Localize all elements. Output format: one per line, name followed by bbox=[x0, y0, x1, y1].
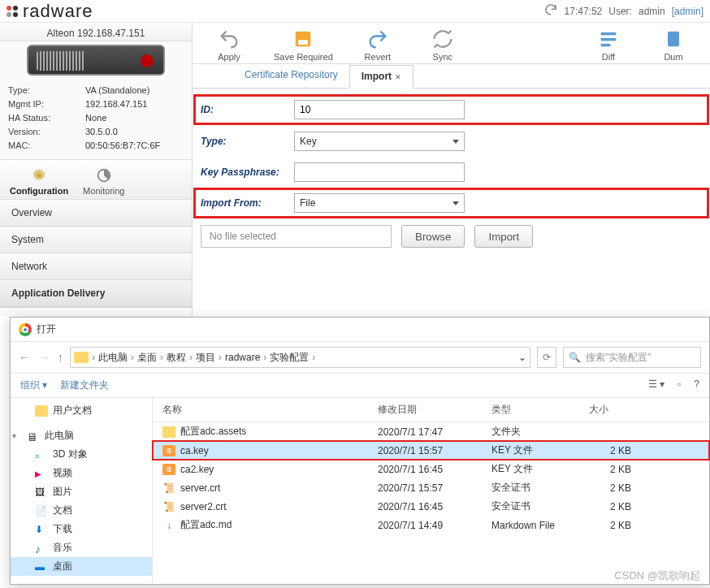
folder-tree: 用户文档 ▾此电脑 3D 对象 视频 图片 文档 下载 音乐 桌面 bbox=[11, 398, 153, 583]
undo-icon bbox=[218, 28, 240, 50]
device-title: Alteon 192.168.47.151 bbox=[0, 23, 192, 41]
diff-button[interactable]: Diff bbox=[588, 28, 629, 62]
import-button[interactable]: Import bbox=[474, 225, 533, 248]
svg-rect-6 bbox=[601, 44, 611, 47]
file-row-selected[interactable]: ca.key2020/7/1 15:57KEY 文件2 KB bbox=[153, 441, 709, 460]
user-name: admin bbox=[639, 6, 665, 17]
logo-dots-icon bbox=[6, 6, 18, 17]
tree-item-pictures[interactable]: 图片 bbox=[11, 482, 152, 501]
gear-icon bbox=[30, 166, 48, 184]
device-info: Type:VA (Standalone) Mgmt IP:192.168.47.… bbox=[0, 79, 192, 159]
save-required-button[interactable]: Save Required bbox=[274, 28, 333, 62]
nav-network[interactable]: Network bbox=[0, 253, 192, 280]
revert-icon bbox=[366, 28, 389, 50]
chart-icon bbox=[95, 166, 113, 184]
organize-menu[interactable]: 组织 ▾ bbox=[20, 378, 47, 392]
file-list-header[interactable]: 名称修改日期类型大小 bbox=[153, 398, 709, 422]
watermark: CSDN @凯歌响起 bbox=[614, 569, 700, 583]
tree-item-documents[interactable]: 文档 bbox=[11, 501, 152, 520]
dump-icon bbox=[662, 28, 685, 50]
nav-application-delivery[interactable]: Application Delivery bbox=[0, 280, 192, 307]
id-label: ID: bbox=[201, 104, 294, 115]
tab-cert-repository[interactable]: Certificate Repository bbox=[233, 64, 349, 88]
diff-icon bbox=[597, 28, 620, 50]
file-row[interactable]: server2.crt2020/7/1 16:45安全证书2 KB bbox=[153, 497, 709, 516]
svg-rect-3 bbox=[299, 40, 309, 45]
tree-item-video[interactable]: 视频 bbox=[11, 464, 152, 482]
svg-rect-5 bbox=[601, 38, 617, 41]
brand-name: radware bbox=[23, 1, 93, 22]
file-open-dialog: 打开 ← → ↑ ›此电脑 ›桌面 ›教程 ›项目 ›radware ›实验配置… bbox=[10, 317, 710, 585]
passphrase-input[interactable] bbox=[294, 162, 465, 182]
dump-button[interactable]: Dum bbox=[653, 28, 694, 62]
revert-button[interactable]: Revert bbox=[357, 28, 398, 62]
chevron-down-icon bbox=[452, 201, 459, 205]
chevron-down-icon bbox=[452, 140, 459, 144]
clock-time: 17:47:52 bbox=[565, 6, 603, 17]
import-from-select[interactable]: File bbox=[294, 193, 465, 213]
search-icon: 🔍 bbox=[569, 352, 581, 363]
save-icon bbox=[292, 28, 314, 50]
user-label: User: bbox=[608, 6, 632, 17]
tree-item-desktop[interactable]: 桌面 bbox=[11, 557, 152, 576]
tree-item-downloads[interactable]: 下载 bbox=[11, 520, 152, 538]
tab-configuration[interactable]: Configuration bbox=[10, 166, 68, 196]
forward-icon[interactable]: → bbox=[38, 351, 50, 364]
svg-rect-4 bbox=[601, 32, 617, 36]
refresh-button[interactable]: ⟳ bbox=[537, 347, 556, 368]
search-input[interactable]: 🔍 搜索"实验配置" bbox=[563, 347, 701, 368]
close-icon[interactable]: ✕ bbox=[395, 73, 401, 81]
nav-overview[interactable]: Overview bbox=[0, 200, 192, 227]
folder-icon bbox=[74, 352, 89, 363]
chrome-icon bbox=[19, 323, 32, 336]
tab-monitoring[interactable]: Monitoring bbox=[83, 166, 124, 196]
view-icon[interactable]: ☰ ▾ bbox=[648, 378, 665, 392]
preview-icon[interactable]: ▫ bbox=[678, 378, 681, 392]
new-folder-button[interactable]: 新建文件夹 bbox=[60, 378, 109, 392]
type-select[interactable]: Key bbox=[294, 132, 465, 151]
file-row[interactable]: 配置adc.md2020/7/1 14:49Markdown File2 KB bbox=[153, 516, 709, 534]
tab-import[interactable]: Import✕ bbox=[349, 65, 413, 89]
tree-item-3d[interactable]: 3D 对象 bbox=[11, 445, 152, 464]
file-row[interactable]: server.crt2020/7/1 15:57安全证书2 KB bbox=[153, 478, 709, 497]
user-role[interactable]: [admin] bbox=[672, 6, 704, 17]
type-label: Type: bbox=[201, 136, 294, 147]
svg-rect-7 bbox=[668, 32, 679, 47]
up-icon[interactable]: ↑ bbox=[58, 351, 63, 364]
apply-button[interactable]: Apply bbox=[209, 28, 249, 62]
tree-item-userdocs[interactable]: 用户文档 bbox=[11, 401, 152, 420]
import-from-label: Import From: bbox=[201, 197, 294, 209]
file-row[interactable]: ca2.key2020/7/1 16:45KEY 文件2 KB bbox=[153, 460, 709, 478]
device-image bbox=[27, 45, 165, 76]
tree-item-thispc[interactable]: ▾此电脑 bbox=[11, 426, 152, 445]
dialog-title: 打开 bbox=[37, 322, 56, 336]
breadcrumb[interactable]: ›此电脑 ›桌面 ›教程 ›项目 ›radware ›实验配置 › ⌄ bbox=[70, 347, 530, 368]
passphrase-label: Key Passphrase: bbox=[201, 166, 294, 178]
id-input[interactable] bbox=[294, 100, 465, 119]
nav-system[interactable]: System bbox=[0, 227, 192, 253]
chevron-down-icon[interactable]: ⌄ bbox=[518, 352, 526, 363]
file-row[interactable]: 配置adc.assets2020/7/1 17:47文件夹 bbox=[153, 422, 709, 441]
help-icon[interactable]: ? bbox=[694, 378, 699, 392]
back-icon[interactable]: ← bbox=[19, 351, 30, 364]
tree-item-music[interactable]: 音乐 bbox=[11, 538, 152, 557]
file-path-display: No file selected bbox=[201, 225, 392, 248]
sync-button[interactable]: Sync bbox=[422, 28, 463, 62]
browse-button[interactable]: Browse bbox=[401, 225, 465, 248]
sync-icon bbox=[431, 28, 454, 50]
refresh-icon[interactable] bbox=[543, 2, 558, 19]
